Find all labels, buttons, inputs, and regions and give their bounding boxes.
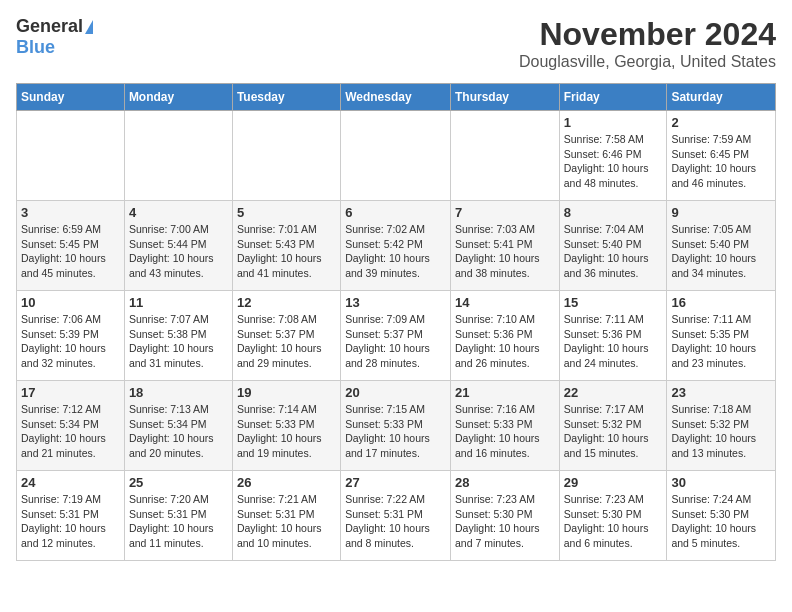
day-number: 17 [21, 385, 120, 400]
day-info: Sunrise: 7:16 AM Sunset: 5:33 PM Dayligh… [455, 402, 555, 461]
day-number: 5 [237, 205, 336, 220]
calendar-day-cell: 13Sunrise: 7:09 AM Sunset: 5:37 PM Dayli… [341, 291, 451, 381]
calendar-week-row: 10Sunrise: 7:06 AM Sunset: 5:39 PM Dayli… [17, 291, 776, 381]
day-info: Sunrise: 7:19 AM Sunset: 5:31 PM Dayligh… [21, 492, 120, 551]
day-number: 14 [455, 295, 555, 310]
day-info: Sunrise: 7:13 AM Sunset: 5:34 PM Dayligh… [129, 402, 228, 461]
day-info: Sunrise: 7:23 AM Sunset: 5:30 PM Dayligh… [455, 492, 555, 551]
day-number: 12 [237, 295, 336, 310]
calendar-day-cell: 23Sunrise: 7:18 AM Sunset: 5:32 PM Dayli… [667, 381, 776, 471]
day-number: 25 [129, 475, 228, 490]
calendar-day-cell: 9Sunrise: 7:05 AM Sunset: 5:40 PM Daylig… [667, 201, 776, 291]
month-title: November 2024 [519, 16, 776, 53]
calendar-day-cell: 27Sunrise: 7:22 AM Sunset: 5:31 PM Dayli… [341, 471, 451, 561]
calendar-day-cell: 10Sunrise: 7:06 AM Sunset: 5:39 PM Dayli… [17, 291, 125, 381]
day-number: 6 [345, 205, 446, 220]
weekday-header-cell: Saturday [667, 84, 776, 111]
calendar-week-row: 17Sunrise: 7:12 AM Sunset: 5:34 PM Dayli… [17, 381, 776, 471]
day-number: 20 [345, 385, 446, 400]
title-area: November 2024 Douglasville, Georgia, Uni… [519, 16, 776, 71]
day-number: 10 [21, 295, 120, 310]
calendar-day-cell: 5Sunrise: 7:01 AM Sunset: 5:43 PM Daylig… [232, 201, 340, 291]
day-info: Sunrise: 7:09 AM Sunset: 5:37 PM Dayligh… [345, 312, 446, 371]
weekday-header-cell: Sunday [17, 84, 125, 111]
calendar-day-cell: 30Sunrise: 7:24 AM Sunset: 5:30 PM Dayli… [667, 471, 776, 561]
logo: General Blue [16, 16, 93, 58]
day-info: Sunrise: 7:12 AM Sunset: 5:34 PM Dayligh… [21, 402, 120, 461]
day-info: Sunrise: 7:11 AM Sunset: 5:35 PM Dayligh… [671, 312, 771, 371]
calendar-day-cell: 21Sunrise: 7:16 AM Sunset: 5:33 PM Dayli… [450, 381, 559, 471]
day-info: Sunrise: 7:21 AM Sunset: 5:31 PM Dayligh… [237, 492, 336, 551]
day-number: 16 [671, 295, 771, 310]
day-number: 3 [21, 205, 120, 220]
day-info: Sunrise: 7:14 AM Sunset: 5:33 PM Dayligh… [237, 402, 336, 461]
calendar-day-cell: 6Sunrise: 7:02 AM Sunset: 5:42 PM Daylig… [341, 201, 451, 291]
day-info: Sunrise: 7:00 AM Sunset: 5:44 PM Dayligh… [129, 222, 228, 281]
logo-blue-text: Blue [16, 37, 55, 58]
day-number: 1 [564, 115, 663, 130]
calendar-day-cell [341, 111, 451, 201]
day-info: Sunrise: 7:01 AM Sunset: 5:43 PM Dayligh… [237, 222, 336, 281]
day-number: 29 [564, 475, 663, 490]
day-number: 4 [129, 205, 228, 220]
logo-general-text: General [16, 16, 83, 37]
calendar-day-cell: 2Sunrise: 7:59 AM Sunset: 6:45 PM Daylig… [667, 111, 776, 201]
day-info: Sunrise: 7:08 AM Sunset: 5:37 PM Dayligh… [237, 312, 336, 371]
calendar-day-cell: 24Sunrise: 7:19 AM Sunset: 5:31 PM Dayli… [17, 471, 125, 561]
day-info: Sunrise: 7:17 AM Sunset: 5:32 PM Dayligh… [564, 402, 663, 461]
day-info: Sunrise: 7:10 AM Sunset: 5:36 PM Dayligh… [455, 312, 555, 371]
day-info: Sunrise: 7:03 AM Sunset: 5:41 PM Dayligh… [455, 222, 555, 281]
logo-triangle-icon [85, 20, 93, 34]
weekday-header-cell: Tuesday [232, 84, 340, 111]
day-number: 24 [21, 475, 120, 490]
calendar-day-cell: 16Sunrise: 7:11 AM Sunset: 5:35 PM Dayli… [667, 291, 776, 381]
day-info: Sunrise: 7:11 AM Sunset: 5:36 PM Dayligh… [564, 312, 663, 371]
day-number: 22 [564, 385, 663, 400]
day-number: 15 [564, 295, 663, 310]
day-number: 11 [129, 295, 228, 310]
calendar-day-cell: 17Sunrise: 7:12 AM Sunset: 5:34 PM Dayli… [17, 381, 125, 471]
calendar-day-cell: 19Sunrise: 7:14 AM Sunset: 5:33 PM Dayli… [232, 381, 340, 471]
calendar-day-cell: 14Sunrise: 7:10 AM Sunset: 5:36 PM Dayli… [450, 291, 559, 381]
day-info: Sunrise: 7:02 AM Sunset: 5:42 PM Dayligh… [345, 222, 446, 281]
day-info: Sunrise: 7:24 AM Sunset: 5:30 PM Dayligh… [671, 492, 771, 551]
day-info: Sunrise: 7:18 AM Sunset: 5:32 PM Dayligh… [671, 402, 771, 461]
calendar-day-cell [124, 111, 232, 201]
calendar-day-cell: 26Sunrise: 7:21 AM Sunset: 5:31 PM Dayli… [232, 471, 340, 561]
weekday-header-cell: Monday [124, 84, 232, 111]
calendar-week-row: 1Sunrise: 7:58 AM Sunset: 6:46 PM Daylig… [17, 111, 776, 201]
day-info: Sunrise: 7:23 AM Sunset: 5:30 PM Dayligh… [564, 492, 663, 551]
day-number: 23 [671, 385, 771, 400]
calendar-table: SundayMondayTuesdayWednesdayThursdayFrid… [16, 83, 776, 561]
day-info: Sunrise: 7:58 AM Sunset: 6:46 PM Dayligh… [564, 132, 663, 191]
day-number: 30 [671, 475, 771, 490]
header: General Blue November 2024 Douglasville,… [16, 16, 776, 71]
calendar-day-cell [17, 111, 125, 201]
day-number: 21 [455, 385, 555, 400]
day-info: Sunrise: 7:06 AM Sunset: 5:39 PM Dayligh… [21, 312, 120, 371]
day-info: Sunrise: 7:59 AM Sunset: 6:45 PM Dayligh… [671, 132, 771, 191]
calendar-body: 1Sunrise: 7:58 AM Sunset: 6:46 PM Daylig… [17, 111, 776, 561]
weekday-header-cell: Wednesday [341, 84, 451, 111]
calendar-day-cell: 29Sunrise: 7:23 AM Sunset: 5:30 PM Dayli… [559, 471, 667, 561]
calendar-day-cell: 22Sunrise: 7:17 AM Sunset: 5:32 PM Dayli… [559, 381, 667, 471]
day-number: 8 [564, 205, 663, 220]
calendar-day-cell: 8Sunrise: 7:04 AM Sunset: 5:40 PM Daylig… [559, 201, 667, 291]
calendar-day-cell: 7Sunrise: 7:03 AM Sunset: 5:41 PM Daylig… [450, 201, 559, 291]
day-number: 28 [455, 475, 555, 490]
day-info: Sunrise: 7:05 AM Sunset: 5:40 PM Dayligh… [671, 222, 771, 281]
calendar-day-cell [232, 111, 340, 201]
location-title: Douglasville, Georgia, United States [519, 53, 776, 71]
calendar-day-cell: 11Sunrise: 7:07 AM Sunset: 5:38 PM Dayli… [124, 291, 232, 381]
day-number: 27 [345, 475, 446, 490]
day-info: Sunrise: 7:04 AM Sunset: 5:40 PM Dayligh… [564, 222, 663, 281]
weekday-header-cell: Thursday [450, 84, 559, 111]
day-number: 9 [671, 205, 771, 220]
calendar-day-cell: 4Sunrise: 7:00 AM Sunset: 5:44 PM Daylig… [124, 201, 232, 291]
calendar-week-row: 24Sunrise: 7:19 AM Sunset: 5:31 PM Dayli… [17, 471, 776, 561]
weekday-header-cell: Friday [559, 84, 667, 111]
day-info: Sunrise: 7:07 AM Sunset: 5:38 PM Dayligh… [129, 312, 228, 371]
day-number: 13 [345, 295, 446, 310]
weekday-header-row: SundayMondayTuesdayWednesdayThursdayFrid… [17, 84, 776, 111]
calendar-day-cell: 15Sunrise: 7:11 AM Sunset: 5:36 PM Dayli… [559, 291, 667, 381]
